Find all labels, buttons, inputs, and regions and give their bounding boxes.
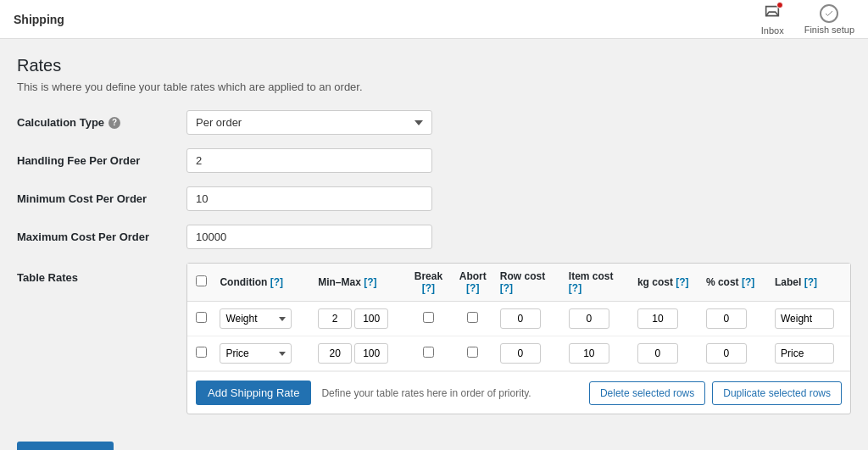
row2-pctcost-input[interactable] — [706, 343, 747, 364]
label-help-link[interactable]: [?] — [804, 276, 817, 288]
pctcost-help-link[interactable]: [?] — [742, 276, 754, 288]
top-bar: Shipping Inbox Finish setup — [0, 0, 868, 39]
minmax-help-link[interactable]: [?] — [364, 276, 376, 288]
header-label: Label [?] — [770, 264, 850, 302]
handling-fee-row: Handling Fee Per Order — [17, 148, 851, 173]
row1-condition-select[interactable]: Weight Price Items — [220, 308, 292, 329]
row1-break-cell — [406, 302, 451, 336]
row1-condition-cell: Weight Price Items — [214, 302, 313, 336]
row2-min-input[interactable] — [318, 343, 352, 364]
row1-pctcost-cell — [701, 302, 770, 336]
row2-break-checkbox[interactable] — [423, 347, 434, 358]
add-shipping-rate-button[interactable]: Add Shipping Rate — [196, 381, 311, 405]
row1-label-cell — [770, 302, 850, 336]
header-pctcost: % cost [?] — [701, 264, 770, 302]
top-bar-actions: Inbox Finish setup — [761, 3, 854, 36]
inbox-action[interactable]: Inbox — [761, 3, 784, 36]
row2-minmax-pair — [318, 343, 401, 364]
rates-table-header-row: Condition [?] Min–Max [?] Break [?] Abor… — [187, 264, 850, 302]
select-all-checkbox[interactable] — [196, 275, 207, 286]
page-description: This is where you define your table rate… — [17, 81, 851, 93]
row1-label-input[interactable] — [775, 308, 834, 329]
app-title: Shipping — [14, 13, 64, 26]
row2-label-cell — [770, 336, 850, 371]
finish-setup-icon — [820, 4, 838, 23]
row2-condition-select[interactable]: Weight Price Items — [220, 343, 292, 364]
rates-table-body: Weight Price Items — [187, 302, 850, 371]
finish-setup-label: Finish setup — [804, 25, 854, 35]
row2-abort-checkbox[interactable] — [467, 347, 478, 358]
row1-minmax-cell — [313, 302, 406, 336]
min-cost-row: Minimum Cost Per Order — [17, 186, 851, 211]
row2-checkbox-cell — [187, 336, 214, 371]
max-cost-row: Maximum Cost Per Order — [17, 225, 851, 249]
row2-itemcost-input[interactable] — [569, 343, 609, 364]
inbox-badge — [776, 2, 783, 8]
row2-checkbox[interactable] — [196, 347, 207, 358]
header-checkbox-cell — [187, 264, 214, 302]
header-rowcost: Row cost [?] — [495, 264, 564, 302]
row2-kgcost-input[interactable] — [637, 343, 678, 364]
rates-footer-right: Delete selected rows Duplicate selected … — [589, 381, 842, 405]
row2-rowcost-cell — [495, 336, 564, 371]
break-help-link[interactable]: [?] — [422, 282, 435, 294]
rates-table-container: Condition [?] Min–Max [?] Break [?] Abor… — [186, 263, 851, 414]
save-section: Save changes — [17, 428, 851, 450]
row2-kgcost-cell — [632, 336, 701, 371]
kgcost-help-link[interactable]: [?] — [676, 276, 688, 288]
inbox-label: Inbox — [761, 25, 784, 36]
calc-type-help-icon[interactable]: ? — [108, 117, 120, 129]
abort-help-link[interactable]: [?] — [466, 282, 479, 294]
row1-pctcost-input[interactable] — [706, 308, 747, 329]
row2-max-input[interactable] — [354, 343, 388, 364]
row1-minmax-pair — [318, 308, 401, 329]
rowcost-help-link[interactable]: [?] — [500, 282, 513, 294]
save-changes-button[interactable]: Save changes — [17, 442, 114, 450]
itemcost-help-link[interactable]: [?] — [569, 282, 581, 294]
row1-break-checkbox[interactable] — [423, 312, 434, 323]
min-cost-label: Minimum Cost Per Order — [17, 192, 186, 205]
calc-type-select[interactable]: Per order Per item Per kg — [186, 110, 432, 135]
row1-abort-checkbox[interactable] — [467, 312, 478, 323]
header-condition: Condition [?] — [214, 264, 313, 302]
handling-fee-input[interactable] — [186, 148, 432, 173]
header-itemcost: Item cost [?] — [564, 264, 632, 302]
rates-table: Condition [?] Min–Max [?] Break [?] Abor… — [187, 264, 850, 371]
header-kgcost: kg cost [?] — [632, 264, 701, 302]
min-cost-input[interactable] — [186, 186, 432, 211]
row1-itemcost-cell — [564, 302, 632, 336]
delete-selected-rows-button[interactable]: Delete selected rows — [589, 381, 705, 405]
row1-rowcost-cell — [495, 302, 564, 336]
rates-table-head: Condition [?] Min–Max [?] Break [?] Abor… — [187, 264, 850, 302]
finish-setup-action[interactable]: Finish setup — [804, 4, 854, 35]
calc-type-row: Calculation Type ? Per order Per item Pe… — [17, 110, 851, 135]
main-content: Rates This is where you define your tabl… — [0, 39, 868, 450]
row1-abort-cell — [451, 302, 495, 336]
row1-kgcost-input[interactable] — [637, 308, 678, 329]
row1-max-input[interactable] — [354, 308, 388, 329]
handling-fee-label: Handling Fee Per Order — [17, 154, 186, 167]
row1-checkbox[interactable] — [196, 312, 207, 323]
table-row: Weight Price Items — [187, 336, 850, 371]
table-row: Weight Price Items — [187, 302, 850, 336]
header-abort: Abort [?] — [451, 264, 495, 302]
max-cost-input[interactable] — [186, 225, 432, 249]
row1-min-input[interactable] — [318, 308, 352, 329]
row1-kgcost-cell — [632, 302, 701, 336]
row2-label-input[interactable] — [775, 343, 834, 364]
row1-rowcost-input[interactable] — [500, 308, 541, 329]
header-break: Break [?] — [406, 264, 451, 302]
row2-itemcost-cell — [564, 336, 632, 371]
row1-itemcost-input[interactable] — [569, 308, 609, 329]
rates-footer: Add Shipping Rate Define your table rate… — [187, 371, 850, 414]
row2-rowcost-input[interactable] — [500, 343, 541, 364]
row2-pctcost-cell — [701, 336, 770, 371]
row2-minmax-cell — [313, 336, 406, 371]
row2-break-cell — [406, 336, 451, 371]
condition-help-link[interactable]: [?] — [270, 276, 283, 288]
table-rates-label: Table Rates — [17, 263, 186, 284]
duplicate-selected-rows-button[interactable]: Duplicate selected rows — [712, 381, 842, 405]
rates-footer-left: Add Shipping Rate Define your table rate… — [196, 381, 531, 405]
row1-checkbox-cell — [187, 302, 214, 336]
max-cost-label: Maximum Cost Per Order — [17, 231, 186, 243]
